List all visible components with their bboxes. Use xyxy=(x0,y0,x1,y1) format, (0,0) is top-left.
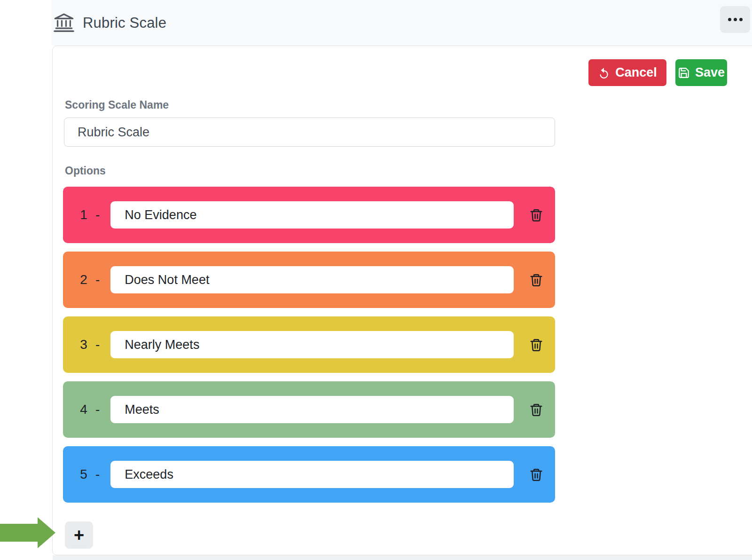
option-row: 4 - xyxy=(63,381,555,438)
option-label-input[interactable] xyxy=(110,201,514,229)
delete-option-button[interactable] xyxy=(529,467,543,482)
annotation-arrow-icon xyxy=(0,517,55,548)
option-row: 1 - xyxy=(63,187,555,243)
add-option-button[interactable]: + xyxy=(65,521,93,549)
delete-option-button[interactable] xyxy=(529,272,543,288)
scale-name-label: Scoring Scale Name xyxy=(65,99,169,111)
trash-icon xyxy=(529,272,543,288)
delete-option-button[interactable] xyxy=(529,402,543,418)
option-separator: - xyxy=(95,207,100,222)
save-button-label: Save xyxy=(695,65,725,80)
ellipsis-icon xyxy=(728,18,743,21)
delete-option-button[interactable] xyxy=(529,337,543,353)
scale-editor-card: Cancel Save Scoring Scale Name Options 1… xyxy=(52,46,752,555)
delete-option-button[interactable] xyxy=(529,207,543,223)
bank-icon xyxy=(53,12,75,34)
option-label-input[interactable] xyxy=(110,461,514,488)
save-icon xyxy=(678,67,690,79)
option-label-input[interactable] xyxy=(110,266,514,293)
action-buttons: Cancel Save xyxy=(588,59,727,86)
trash-icon xyxy=(529,337,543,353)
more-options-button[interactable] xyxy=(720,6,750,33)
page: Rubric Scale Cancel xyxy=(0,0,752,560)
option-separator: - xyxy=(95,337,100,352)
option-number: 4 xyxy=(80,402,87,417)
option-row: 3 - xyxy=(63,316,555,373)
options-label: Options xyxy=(65,165,106,177)
option-label-input[interactable] xyxy=(110,331,514,358)
option-number: 2 xyxy=(80,272,87,287)
option-number: 3 xyxy=(80,337,87,352)
trash-icon xyxy=(529,467,543,482)
option-row: 2 - xyxy=(63,252,555,308)
option-separator: - xyxy=(95,272,100,287)
panel-header: Rubric Scale xyxy=(52,0,752,46)
option-separator: - xyxy=(95,402,100,417)
option-row: 5 - xyxy=(63,446,555,503)
page-title: Rubric Scale xyxy=(83,15,166,32)
cancel-button[interactable]: Cancel xyxy=(588,59,666,86)
option-number: 1 xyxy=(80,207,87,222)
cancel-button-label: Cancel xyxy=(615,65,657,80)
scale-name-input[interactable] xyxy=(64,118,555,147)
option-label-input[interactable] xyxy=(110,396,514,423)
option-separator: - xyxy=(95,467,100,482)
save-button[interactable]: Save xyxy=(675,59,727,86)
trash-icon xyxy=(529,207,543,223)
undo-icon xyxy=(598,67,610,79)
trash-icon xyxy=(529,402,543,418)
page-background-strip xyxy=(53,555,752,560)
option-number: 5 xyxy=(80,467,87,482)
options-list: 1 - 2 - xyxy=(63,187,555,511)
